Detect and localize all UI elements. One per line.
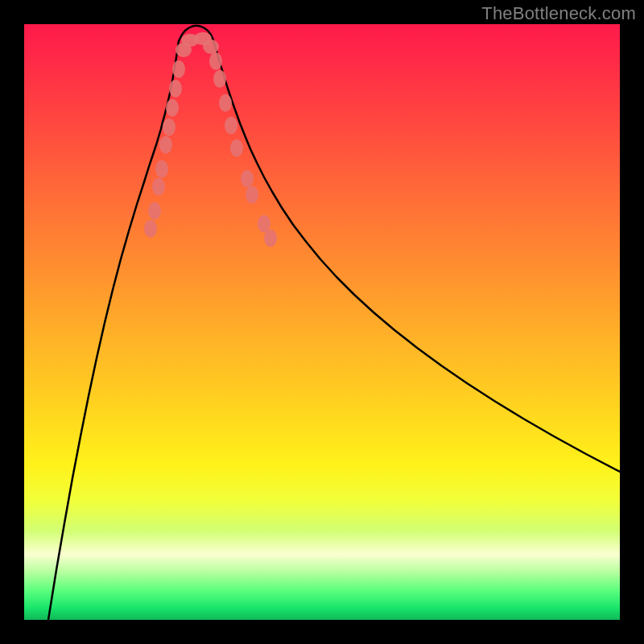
data-marker (152, 178, 165, 196)
data-marker (241, 170, 254, 188)
data-marker (225, 117, 237, 134)
data-marker (230, 139, 243, 157)
data-marker (166, 99, 179, 117)
data-marker (213, 70, 226, 88)
watermark-text: TheBottleneck.com (481, 3, 636, 24)
data-marker (148, 202, 161, 220)
data-marker (159, 136, 172, 154)
curve-path (48, 26, 620, 620)
data-markers (144, 32, 277, 247)
data-marker (219, 94, 232, 112)
data-marker (163, 118, 175, 136)
data-marker (172, 60, 185, 78)
bottleneck-curve (48, 26, 620, 620)
chart-frame: TheBottleneck.com (0, 0, 644, 644)
data-marker (144, 220, 157, 237)
chart-plot-area (24, 24, 620, 620)
data-marker (209, 52, 222, 70)
data-marker (169, 80, 182, 97)
data-marker (155, 160, 168, 178)
data-marker (246, 186, 258, 204)
data-marker (264, 229, 277, 247)
chart-svg (24, 24, 620, 620)
data-marker (203, 39, 219, 54)
